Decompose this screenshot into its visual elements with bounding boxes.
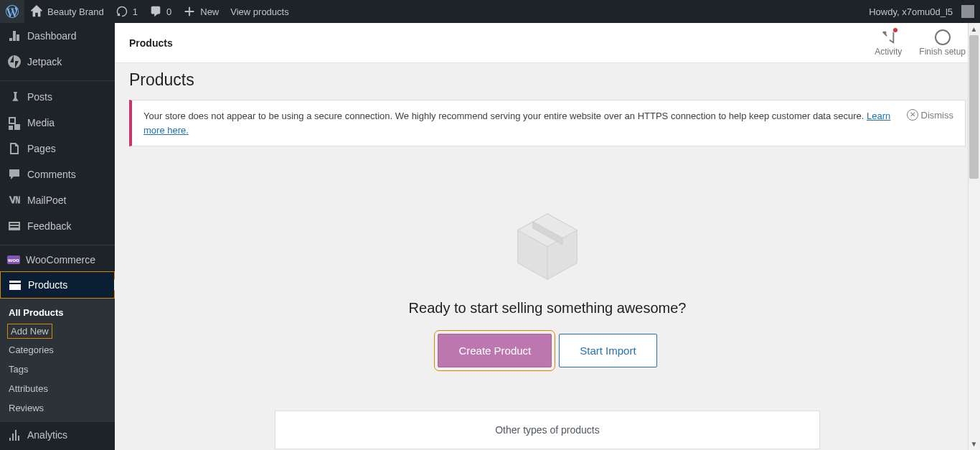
dismiss-label: Dismiss: [921, 110, 954, 121]
https-notice: Your store does not appear to be using a…: [129, 100, 966, 146]
mailpoet-icon: [7, 193, 22, 207]
empty-tagline: Ready to start selling something awesome…: [143, 300, 951, 317]
comment-bubble-icon: [149, 5, 162, 18]
submenu-attributes[interactable]: Attributes: [0, 379, 115, 398]
avatar: [961, 5, 974, 18]
sidebar-label: Pages: [27, 143, 56, 154]
notice-text: Your store does not appear to be using a…: [143, 109, 897, 137]
site-name-label: Beauty Brand: [47, 6, 104, 17]
new-label: New: [200, 6, 219, 17]
activity-label: Activity: [875, 47, 902, 57]
menu-separator: [0, 242, 115, 245]
sidebar-label: WooCommerce: [26, 254, 95, 266]
sidebar-label: Posts: [27, 91, 52, 103]
sidebar-item-posts[interactable]: Posts: [0, 84, 115, 110]
sidebar-item-mailpoet[interactable]: MailPoet: [0, 187, 115, 213]
start-import-button[interactable]: Start Import: [559, 334, 656, 367]
box-illustration: [508, 204, 587, 283]
view-products-link[interactable]: View products: [225, 0, 294, 23]
sidebar-item-media[interactable]: Media: [0, 110, 115, 136]
sidebar-item-products[interactable]: Products: [0, 271, 115, 299]
comments-link[interactable]: 0: [143, 0, 177, 23]
sidebar-label: Jetpack: [27, 56, 62, 67]
sidebar-label: Feedback: [27, 220, 71, 232]
submenu-categories[interactable]: Categories: [0, 340, 115, 360]
scroll-up-arrow[interactable]: ▲: [968, 23, 980, 35]
wordpress-icon: [6, 5, 19, 18]
wp-logo[interactable]: [0, 0, 24, 23]
updates-count: 1: [133, 6, 138, 17]
scrollbar[interactable]: ▲ ▼: [968, 23, 980, 450]
admin-bar: Beauty Brand 1 0 New View products Howdy…: [0, 0, 980, 23]
analytics-icon: [7, 428, 22, 442]
menu-separator: [0, 78, 115, 81]
dashboard-icon: [7, 29, 22, 43]
activity-button[interactable]: Activity: [875, 29, 902, 57]
update-icon: [116, 5, 128, 18]
dismiss-icon: ✕: [907, 109, 918, 121]
submenu-reviews[interactable]: Reviews: [0, 398, 115, 418]
submenu-all-products[interactable]: All Products: [0, 303, 115, 322]
finish-label: Finish setup: [919, 47, 966, 57]
sidebar-label: Media: [27, 117, 55, 128]
sidebar-item-feedback[interactable]: Feedback: [0, 213, 115, 239]
page-title: Products: [129, 70, 966, 90]
view-label: View products: [230, 6, 288, 17]
pin-icon: [7, 90, 22, 104]
updates-link[interactable]: 1: [110, 0, 143, 23]
site-name-link[interactable]: Beauty Brand: [24, 0, 110, 23]
sidebar-item-woocommerce[interactable]: woo WooCommerce: [0, 248, 115, 271]
dismiss-button[interactable]: ✕ Dismiss: [907, 109, 954, 121]
activity-icon: [880, 29, 896, 45]
sidebar-label: MailPoet: [27, 194, 66, 206]
products-submenu: All Products Add New Categories Tags Att…: [0, 299, 115, 422]
sidebar-item-jetpack[interactable]: Jetpack: [0, 49, 115, 75]
create-product-button[interactable]: Create Product: [438, 334, 552, 367]
other-products-panel[interactable]: Other types of products: [275, 411, 820, 449]
scrollbar-thumb[interactable]: [969, 35, 979, 179]
svg-point-0: [8, 55, 21, 68]
howdy-text: Howdy, x7omu0d_l5: [869, 6, 953, 17]
sidebar-item-analytics[interactable]: Analytics: [0, 422, 115, 448]
page-header-bar: Products Activity Finish setup: [115, 23, 980, 63]
admin-sidebar: Dashboard Jetpack Posts Media Pages Comm…: [0, 23, 115, 450]
notification-dot: [893, 28, 897, 32]
sidebar-label: Dashboard: [27, 30, 77, 42]
sidebar-label: Products: [28, 279, 67, 291]
plus-icon: [183, 5, 196, 18]
submenu-add-new[interactable]: Add New: [7, 324, 52, 339]
sidebar-item-pages[interactable]: Pages: [0, 136, 115, 161]
my-account-link[interactable]: Howdy, x7omu0d_l5: [863, 0, 980, 23]
finish-setup-button[interactable]: Finish setup: [919, 29, 966, 57]
comment-count: 0: [166, 6, 171, 17]
media-icon: [7, 116, 22, 130]
empty-state: Ready to start selling something awesome…: [129, 161, 966, 450]
scroll-down-arrow[interactable]: ▼: [968, 438, 980, 450]
sidebar-item-dashboard[interactable]: Dashboard: [0, 23, 115, 49]
submenu-tags[interactable]: Tags: [0, 360, 115, 379]
woocommerce-icon: woo: [7, 256, 20, 264]
sidebar-label: Analytics: [27, 429, 67, 441]
sidebar-label: Comments: [27, 169, 76, 180]
home-icon: [30, 5, 43, 18]
finish-setup-icon: [935, 29, 951, 45]
comments-icon: [7, 167, 22, 182]
header-title: Products: [129, 37, 173, 49]
new-content-link[interactable]: New: [177, 0, 225, 23]
sidebar-item-comments[interactable]: Comments: [0, 161, 115, 187]
page-icon: [7, 141, 22, 156]
feedback-icon: [7, 219, 22, 233]
products-icon: [8, 278, 22, 292]
jetpack-icon: [7, 55, 22, 69]
content-area: Products Activity Finish setup Products: [115, 23, 980, 450]
